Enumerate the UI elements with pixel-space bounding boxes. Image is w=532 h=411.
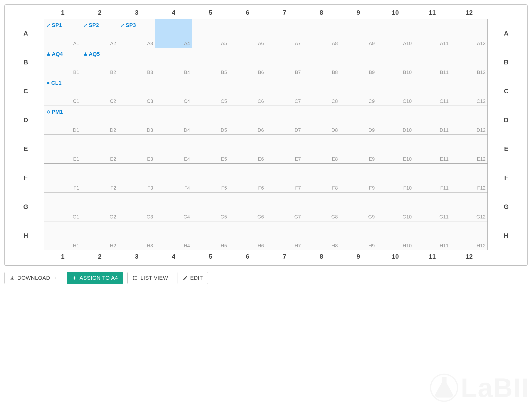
- well-C3[interactable]: C3: [118, 77, 155, 106]
- well-A10[interactable]: A10: [377, 19, 414, 48]
- well-C7[interactable]: C7: [266, 77, 303, 106]
- well-F7[interactable]: F7: [266, 164, 303, 193]
- assign-button[interactable]: ASSIGN TO A4: [67, 272, 123, 284]
- well-E10[interactable]: E10: [377, 135, 414, 164]
- well-G2[interactable]: G2: [81, 193, 118, 221]
- well-D10[interactable]: D10: [377, 106, 414, 135]
- well-B12[interactable]: B12: [451, 48, 488, 77]
- well-H9[interactable]: H9: [340, 221, 377, 250]
- well-D9[interactable]: D9: [340, 106, 377, 135]
- well-H5[interactable]: H5: [192, 221, 229, 250]
- well-D1[interactable]: PM1D1: [44, 106, 81, 135]
- well-G11[interactable]: G11: [414, 193, 451, 221]
- well-F10[interactable]: F10: [377, 164, 414, 193]
- well-B11[interactable]: B11: [414, 48, 451, 77]
- well-A1[interactable]: SP1A1: [44, 19, 81, 48]
- well-F5[interactable]: F5: [192, 164, 229, 193]
- well-G4[interactable]: G4: [155, 193, 192, 221]
- well-C2[interactable]: C2: [81, 77, 118, 106]
- well-D2[interactable]: D2: [81, 106, 118, 135]
- well-A9[interactable]: A9: [340, 19, 377, 48]
- well-E5[interactable]: E5: [192, 135, 229, 164]
- well-F2[interactable]: F2: [81, 164, 118, 193]
- well-A3[interactable]: SP3A3: [118, 19, 155, 48]
- well-D3[interactable]: D3: [118, 106, 155, 135]
- well-D4[interactable]: D4: [155, 106, 192, 135]
- well-G1[interactable]: G1: [44, 193, 81, 221]
- well-B3[interactable]: B3: [118, 48, 155, 77]
- well-H1[interactable]: H1: [44, 221, 81, 250]
- well-H2[interactable]: H2: [81, 221, 118, 250]
- well-C12[interactable]: C12: [451, 77, 488, 106]
- well-F11[interactable]: F11: [414, 164, 451, 193]
- well-H8[interactable]: H8: [303, 221, 340, 250]
- well-B7[interactable]: B7: [266, 48, 303, 77]
- well-C11[interactable]: C11: [414, 77, 451, 106]
- well-C9[interactable]: C9: [340, 77, 377, 106]
- well-H10[interactable]: H10: [377, 221, 414, 250]
- well-B9[interactable]: B9: [340, 48, 377, 77]
- well-C4[interactable]: C4: [155, 77, 192, 106]
- well-F9[interactable]: F9: [340, 164, 377, 193]
- well-E9[interactable]: E9: [340, 135, 377, 164]
- list-view-button[interactable]: LIST VIEW: [127, 272, 173, 284]
- well-B10[interactable]: B10: [377, 48, 414, 77]
- well-C5[interactable]: C5: [192, 77, 229, 106]
- well-E1[interactable]: E1: [44, 135, 81, 164]
- well-A8[interactable]: A8: [303, 19, 340, 48]
- well-A4[interactable]: A4: [155, 19, 192, 48]
- well-G7[interactable]: G7: [266, 193, 303, 221]
- well-B4[interactable]: B4: [155, 48, 192, 77]
- well-F12[interactable]: F12: [451, 164, 488, 193]
- well-E11[interactable]: E11: [414, 135, 451, 164]
- well-E6[interactable]: E6: [229, 135, 266, 164]
- well-A7[interactable]: A7: [266, 19, 303, 48]
- well-H12[interactable]: H12: [451, 221, 488, 250]
- well-C10[interactable]: C10: [377, 77, 414, 106]
- well-A5[interactable]: A5: [192, 19, 229, 48]
- well-F8[interactable]: F8: [303, 164, 340, 193]
- well-B6[interactable]: B6: [229, 48, 266, 77]
- well-D7[interactable]: D7: [266, 106, 303, 135]
- well-D8[interactable]: D8: [303, 106, 340, 135]
- well-E4[interactable]: E4: [155, 135, 192, 164]
- well-C8[interactable]: C8: [303, 77, 340, 106]
- well-C6[interactable]: C6: [229, 77, 266, 106]
- well-F4[interactable]: F4: [155, 164, 192, 193]
- well-E8[interactable]: E8: [303, 135, 340, 164]
- well-H4[interactable]: H4: [155, 221, 192, 250]
- well-G8[interactable]: G8: [303, 193, 340, 221]
- well-D11[interactable]: D11: [414, 106, 451, 135]
- well-G6[interactable]: G6: [229, 193, 266, 221]
- well-F1[interactable]: F1: [44, 164, 81, 193]
- well-D5[interactable]: D5: [192, 106, 229, 135]
- well-B1[interactable]: AQ4B1: [44, 48, 81, 77]
- well-B5[interactable]: B5: [192, 48, 229, 77]
- well-H6[interactable]: H6: [229, 221, 266, 250]
- well-A11[interactable]: A11: [414, 19, 451, 48]
- well-E3[interactable]: E3: [118, 135, 155, 164]
- well-E12[interactable]: E12: [451, 135, 488, 164]
- well-B8[interactable]: B8: [303, 48, 340, 77]
- well-B2[interactable]: AQ5B2: [81, 48, 118, 77]
- edit-button[interactable]: EDIT: [178, 272, 208, 284]
- well-A2[interactable]: SP2A2: [81, 19, 118, 48]
- well-C1[interactable]: CL1C1: [44, 77, 81, 106]
- well-D12[interactable]: D12: [451, 106, 488, 135]
- well-G9[interactable]: G9: [340, 193, 377, 221]
- well-F3[interactable]: F3: [118, 164, 155, 193]
- download-button[interactable]: DOWNLOAD: [4, 272, 62, 284]
- well-F6[interactable]: F6: [229, 164, 266, 193]
- well-G3[interactable]: G3: [118, 193, 155, 221]
- well-H3[interactable]: H3: [118, 221, 155, 250]
- well-G10[interactable]: G10: [377, 193, 414, 221]
- well-G12[interactable]: G12: [451, 193, 488, 221]
- well-H11[interactable]: H11: [414, 221, 451, 250]
- well-E2[interactable]: E2: [81, 135, 118, 164]
- well-G5[interactable]: G5: [192, 193, 229, 221]
- well-A12[interactable]: A12: [451, 19, 488, 48]
- well-H7[interactable]: H7: [266, 221, 303, 250]
- well-D6[interactable]: D6: [229, 106, 266, 135]
- well-E7[interactable]: E7: [266, 135, 303, 164]
- well-A6[interactable]: A6: [229, 19, 266, 48]
